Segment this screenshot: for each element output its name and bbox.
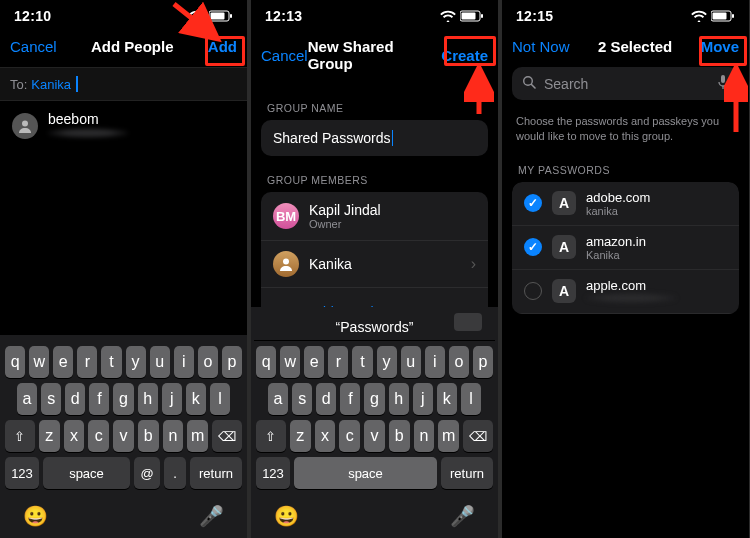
suggestion-bar[interactable]: “Passwords”	[254, 313, 495, 341]
key-n[interactable]: n	[414, 420, 435, 452]
password-row[interactable]: A apple.com	[512, 270, 739, 314]
key-r[interactable]: r	[77, 346, 97, 378]
key-l[interactable]: l	[461, 383, 481, 415]
add-button[interactable]: Add	[208, 38, 237, 55]
key-shift[interactable]: ⇧	[256, 420, 286, 452]
key-at[interactable]: @	[134, 457, 160, 489]
key-c[interactable]: c	[88, 420, 109, 452]
key-s[interactable]: s	[292, 383, 312, 415]
key-h[interactable]: h	[389, 383, 409, 415]
key-u[interactable]: u	[401, 346, 421, 378]
key-return[interactable]: return	[441, 457, 493, 489]
key-q[interactable]: q	[5, 346, 25, 378]
checkbox-off[interactable]	[524, 282, 542, 300]
member-row[interactable]: BM Kapil Jindal Owner	[261, 192, 488, 241]
dictation-button[interactable]: 🎤	[450, 504, 475, 528]
key-123[interactable]: 123	[5, 457, 39, 489]
key-j[interactable]: j	[162, 383, 182, 415]
key-i[interactable]: i	[174, 346, 194, 378]
key-space[interactable]: space	[294, 457, 437, 489]
key-t[interactable]: t	[101, 346, 121, 378]
key-shift[interactable]: ⇧	[5, 420, 35, 452]
key-y[interactable]: y	[377, 346, 397, 378]
key-n[interactable]: n	[163, 420, 184, 452]
key-123[interactable]: 123	[256, 457, 290, 489]
password-row[interactable]: A adobe.com kanika	[512, 182, 739, 226]
key-a[interactable]: a	[17, 383, 37, 415]
key-x[interactable]: x	[64, 420, 85, 452]
group-name-input[interactable]: Shared Passwords	[261, 120, 488, 156]
key-d[interactable]: d	[65, 383, 85, 415]
keyboard-row-1: q w e r t y u i o p	[256, 346, 493, 378]
key-w[interactable]: w	[280, 346, 300, 378]
key-x[interactable]: x	[315, 420, 336, 452]
key-p[interactable]: p	[473, 346, 493, 378]
key-backspace[interactable]: ⌫	[212, 420, 242, 452]
key-k[interactable]: k	[437, 383, 457, 415]
key-e[interactable]: e	[304, 346, 324, 378]
key-b[interactable]: b	[138, 420, 159, 452]
key-j[interactable]: j	[413, 383, 433, 415]
member-row[interactable]: Kanika ›	[261, 241, 488, 288]
battery-icon	[711, 10, 735, 22]
key-a[interactable]: a	[268, 383, 288, 415]
key-l[interactable]: l	[210, 383, 230, 415]
key-f[interactable]: f	[89, 383, 109, 415]
site-name: apple.com	[586, 278, 676, 293]
key-e[interactable]: e	[53, 346, 73, 378]
key-p[interactable]: p	[222, 346, 242, 378]
key-b[interactable]: b	[389, 420, 410, 452]
mic-icon[interactable]	[717, 74, 729, 93]
suggestion-placeholder	[454, 313, 482, 331]
key-f[interactable]: f	[340, 383, 360, 415]
key-i[interactable]: i	[425, 346, 445, 378]
key-q[interactable]: q	[256, 346, 276, 378]
key-s[interactable]: s	[41, 383, 61, 415]
key-v[interactable]: v	[364, 420, 385, 452]
checkbox-on[interactable]	[524, 194, 542, 212]
nav-bar: Cancel Add People Add	[0, 28, 247, 67]
wifi-icon	[440, 10, 456, 22]
key-o[interactable]: o	[449, 346, 469, 378]
recipient-chip[interactable]: Kanika	[31, 77, 71, 92]
key-return[interactable]: return	[190, 457, 242, 489]
key-d[interactable]: d	[316, 383, 336, 415]
redacted-text	[586, 293, 676, 303]
not-now-button[interactable]: Not Now	[512, 38, 570, 55]
key-v[interactable]: v	[113, 420, 134, 452]
key-z[interactable]: z	[290, 420, 311, 452]
cancel-button[interactable]: Cancel	[10, 38, 57, 55]
key-space[interactable]: space	[43, 457, 130, 489]
create-button[interactable]: Create	[441, 47, 488, 64]
avatar	[273, 251, 299, 277]
group-members-label: GROUP MEMBERS	[251, 156, 498, 192]
key-w[interactable]: w	[29, 346, 49, 378]
key-backspace[interactable]: ⌫	[463, 420, 493, 452]
key-u[interactable]: u	[150, 346, 170, 378]
key-g[interactable]: g	[113, 383, 133, 415]
key-r[interactable]: r	[328, 346, 348, 378]
emoji-button[interactable]: 😀	[23, 504, 48, 528]
keyboard-row-4: 123 space @ . return	[5, 457, 242, 489]
dictation-button[interactable]: 🎤	[199, 504, 224, 528]
key-h[interactable]: h	[138, 383, 158, 415]
key-z[interactable]: z	[39, 420, 60, 452]
emoji-button[interactable]: 😀	[274, 504, 299, 528]
checkbox-on[interactable]	[524, 238, 542, 256]
key-m[interactable]: m	[438, 420, 459, 452]
key-c[interactable]: c	[339, 420, 360, 452]
key-g[interactable]: g	[364, 383, 384, 415]
move-button[interactable]: Move	[701, 38, 739, 55]
key-k[interactable]: k	[186, 383, 206, 415]
key-o[interactable]: o	[198, 346, 218, 378]
cancel-button[interactable]: Cancel	[261, 47, 308, 64]
key-dot[interactable]: .	[164, 457, 186, 489]
search-input[interactable]: Search	[512, 67, 739, 100]
to-field[interactable]: To: Kanika	[0, 67, 247, 101]
avatar	[12, 113, 38, 139]
password-row[interactable]: A amazon.in Kanika	[512, 226, 739, 270]
key-y[interactable]: y	[126, 346, 146, 378]
contact-suggestion[interactable]: beebom	[0, 101, 247, 151]
key-m[interactable]: m	[187, 420, 208, 452]
key-t[interactable]: t	[352, 346, 372, 378]
